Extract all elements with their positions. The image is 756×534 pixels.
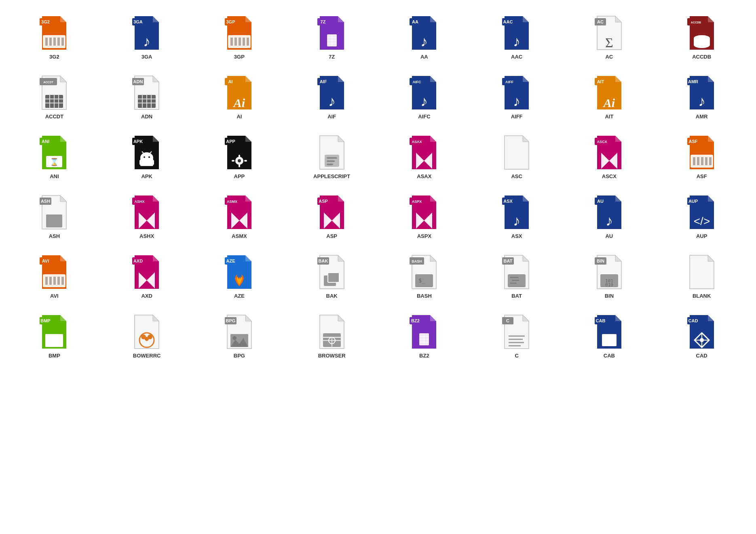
svg-text:♪: ♪ bbox=[420, 33, 428, 50]
file-item: Ai AIT AIT bbox=[563, 68, 656, 124]
file-item: BROWSER bbox=[285, 307, 378, 363]
file-item: ♪ AAC AAC bbox=[471, 8, 563, 64]
svg-point-204 bbox=[232, 336, 237, 340]
svg-rect-13 bbox=[234, 38, 237, 46]
file-icon bbox=[500, 134, 533, 170]
svg-text:Ai: Ai bbox=[603, 96, 615, 109]
file-icon: APK bbox=[131, 134, 163, 170]
file-icon bbox=[316, 313, 348, 349]
file-item: ASMX ASMX bbox=[193, 187, 286, 243]
file-icon: $_ BASH bbox=[408, 253, 440, 290]
svg-text:♪: ♪ bbox=[513, 33, 520, 50]
svg-text:ACCDT: ACCDT bbox=[44, 81, 54, 84]
svg-rect-117 bbox=[705, 157, 707, 165]
svg-rect-85 bbox=[139, 160, 142, 165]
svg-rect-5 bbox=[61, 38, 64, 46]
file-icon: </> AUP bbox=[686, 193, 718, 230]
svg-text:ANI: ANI bbox=[42, 139, 49, 144]
file-label: APPLESCRIPT bbox=[313, 173, 350, 179]
file-item: ♪ 3GA 3GA bbox=[101, 8, 193, 64]
file-icon: BAK bbox=[316, 253, 348, 290]
file-label: BPG bbox=[234, 353, 245, 359]
svg-rect-118 bbox=[709, 157, 712, 165]
svg-text:ASHX: ASHX bbox=[135, 200, 145, 204]
file-item: ♪ AIF AIF bbox=[285, 68, 378, 124]
svg-text:AC: AC bbox=[597, 19, 604, 24]
svg-rect-162 bbox=[49, 277, 52, 285]
svg-text:BIN: BIN bbox=[597, 259, 604, 263]
file-icon: ♪ AAC bbox=[500, 14, 533, 50]
file-label: ASMX bbox=[232, 233, 247, 239]
file-label: AI bbox=[237, 114, 242, 120]
file-label: AMR bbox=[696, 114, 708, 120]
file-label: BLANK bbox=[693, 293, 711, 299]
file-icon: C bbox=[500, 313, 533, 349]
file-item: 3GP 3GP bbox=[193, 8, 286, 64]
file-item: </> AUP AUP bbox=[655, 187, 748, 243]
file-icon: ♪ AU bbox=[593, 193, 625, 230]
svg-rect-92 bbox=[239, 164, 240, 167]
svg-rect-16 bbox=[247, 38, 249, 46]
file-label: BOWERRC bbox=[133, 353, 161, 359]
svg-text:♪: ♪ bbox=[143, 33, 150, 50]
file-label: BZ2 bbox=[419, 353, 429, 359]
svg-rect-165 bbox=[61, 277, 64, 285]
svg-rect-4 bbox=[57, 38, 60, 46]
svg-text:APK: APK bbox=[133, 139, 143, 144]
file-item: ♪ AU AU bbox=[563, 187, 656, 243]
file-label: AUP bbox=[696, 233, 707, 239]
file-item: BAK BAK bbox=[285, 247, 378, 303]
file-label: BROWSER bbox=[318, 353, 346, 359]
file-icon: ♪ AIF bbox=[316, 74, 348, 110]
file-label: ADN bbox=[141, 114, 152, 120]
file-item: BPG BPG bbox=[193, 307, 286, 363]
svg-text:AIF: AIF bbox=[319, 79, 327, 84]
svg-rect-14 bbox=[239, 38, 241, 46]
file-icon bbox=[131, 313, 163, 349]
svg-text:BAT: BAT bbox=[504, 259, 513, 263]
file-icon: ASHX bbox=[131, 193, 163, 230]
file-icon: 7Z bbox=[316, 14, 348, 50]
svg-text:3GP: 3GP bbox=[226, 19, 235, 24]
file-icon: ASP bbox=[316, 193, 348, 230]
svg-text:AAC: AAC bbox=[503, 19, 513, 24]
svg-text:ASH: ASH bbox=[41, 199, 50, 204]
file-label: C bbox=[515, 353, 518, 359]
file-label: BMP bbox=[49, 353, 60, 359]
file-icon: ⌛ ANI bbox=[38, 134, 70, 170]
file-icon: Σ AC bbox=[593, 14, 625, 50]
svg-text:♪: ♪ bbox=[513, 212, 520, 229]
svg-text:AVI: AVI bbox=[42, 259, 49, 263]
file-icon: CAD bbox=[686, 313, 718, 349]
file-label: AZE bbox=[234, 293, 245, 299]
svg-text:AXD: AXD bbox=[133, 259, 143, 263]
svg-text:♪: ♪ bbox=[328, 93, 336, 109]
file-item: 7Z 7Z bbox=[285, 8, 378, 64]
svg-text:CAD: CAD bbox=[688, 318, 698, 323]
file-icon: ASH bbox=[38, 193, 70, 230]
svg-rect-15 bbox=[243, 38, 245, 46]
file-icon: ACCDT bbox=[38, 74, 70, 110]
file-label: ASP bbox=[326, 233, 337, 239]
svg-rect-80 bbox=[140, 159, 153, 166]
svg-text:7Z: 7Z bbox=[320, 19, 325, 24]
file-item: AVI AVI bbox=[8, 247, 101, 303]
file-label: ASX bbox=[511, 233, 522, 239]
file-item: ♪ AIFC AIFC bbox=[378, 68, 471, 124]
svg-text:AIFC: AIFC bbox=[413, 80, 421, 84]
file-icon: ASF bbox=[686, 134, 718, 170]
file-icon: ♪ 3GA bbox=[131, 14, 163, 50]
svg-text:Ai: Ai bbox=[233, 96, 245, 109]
svg-rect-99 bbox=[327, 160, 335, 162]
file-label: 3GA bbox=[141, 54, 152, 60]
file-item: BOWERRC bbox=[101, 307, 193, 363]
file-label: ASPX bbox=[417, 233, 431, 239]
file-icon: Ai AIT bbox=[593, 74, 625, 110]
file-icon: 101 010 BIN bbox=[593, 253, 625, 290]
file-label: AU bbox=[605, 233, 613, 239]
svg-text:CAB: CAB bbox=[596, 318, 605, 323]
file-label: CAB bbox=[604, 353, 615, 359]
file-icon: AXD bbox=[131, 253, 163, 290]
file-item: 3G2 3G2 bbox=[8, 8, 101, 64]
file-label: 3GP bbox=[234, 54, 245, 60]
